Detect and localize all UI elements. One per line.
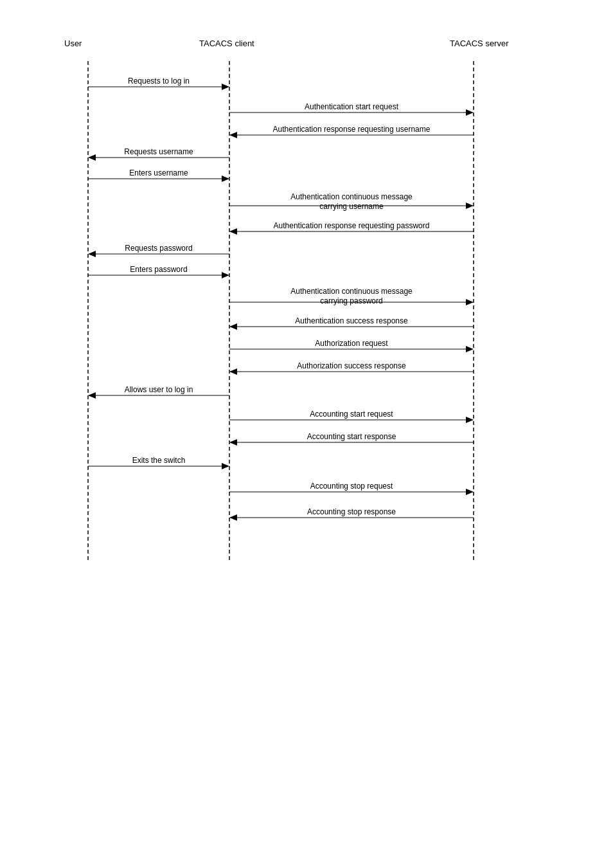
msg-auth-continuous-password: Authentication continuous message carryi… — [229, 287, 474, 305]
svg-marker-26 — [88, 251, 96, 257]
msg-accounting-start-response: Accounting start response — [229, 432, 474, 446]
diagram-container: User TACACS client TACACS server Request… — [0, 0, 613, 868]
svg-text:carrying password: carrying password — [320, 296, 382, 305]
svg-marker-32 — [466, 299, 474, 305]
svg-marker-36 — [229, 323, 237, 330]
svg-text:Enters username: Enters username — [129, 168, 188, 177]
svg-marker-29 — [222, 272, 229, 278]
svg-marker-13 — [88, 154, 96, 161]
svg-marker-57 — [466, 489, 474, 495]
svg-marker-51 — [229, 439, 237, 446]
svg-text:Authentication start request: Authentication start request — [305, 102, 399, 111]
svg-marker-4 — [222, 84, 229, 90]
svg-marker-54 — [222, 463, 229, 469]
svg-text:Accounting stop request: Accounting stop request — [310, 482, 393, 491]
msg-authorization-success: Authorization success response — [229, 361, 474, 375]
svg-text:Requests password: Requests password — [125, 244, 192, 253]
msg-exits-switch: Exits the switch — [88, 456, 229, 469]
msg-requests-username: Requests username — [88, 147, 229, 161]
svg-marker-42 — [229, 368, 237, 375]
svg-text:Accounting start request: Accounting start request — [310, 410, 393, 419]
svg-text:Authentication response reques: Authentication response requesting usern… — [273, 125, 431, 134]
msg-accounting-stop-response: Accounting stop response — [229, 507, 474, 521]
svg-text:Allows user to log in: Allows user to log in — [125, 385, 193, 394]
svg-marker-23 — [229, 228, 237, 235]
svg-text:Authentication response reques: Authentication response requesting passw… — [274, 221, 430, 230]
msg-accounting-start-request: Accounting start request — [229, 410, 474, 423]
svg-text:carrying username: carrying username — [319, 202, 384, 211]
svg-marker-19 — [466, 203, 474, 209]
svg-text:Requests username: Requests username — [124, 147, 193, 156]
msg-enters-password: Enters password — [88, 265, 229, 278]
msg-auth-response-password: Authentication response requesting passw… — [229, 221, 474, 235]
svg-text:Accounting stop response: Accounting stop response — [307, 507, 396, 516]
msg-requests-to-log-in: Requests to log in — [88, 77, 229, 90]
svg-marker-10 — [229, 132, 237, 138]
msg-enters-username: Enters username — [88, 168, 229, 182]
svg-marker-48 — [466, 417, 474, 423]
sequence-diagram: Requests to log in Authentication start … — [56, 61, 557, 563]
msg-auth-start-request: Authentication start request — [229, 102, 474, 116]
msg-allows-user-login: Allows user to log in — [88, 385, 229, 399]
svg-text:Enters password: Enters password — [130, 265, 187, 274]
svg-text:Authentication continuous mess: Authentication continuous message — [290, 192, 413, 201]
msg-authorization-request: Authorization request — [229, 339, 474, 352]
svg-text:Authentication success respons: Authentication success response — [295, 316, 408, 325]
svg-text:Exits the switch: Exits the switch — [132, 456, 186, 465]
client-label: TACACS client — [199, 39, 254, 48]
svg-text:Requests to log in: Requests to log in — [128, 77, 190, 86]
svg-marker-45 — [88, 392, 96, 399]
msg-auth-success: Authentication success response — [229, 316, 474, 330]
svg-text:Authentication continuous mess: Authentication continuous message — [290, 287, 413, 296]
svg-marker-16 — [222, 176, 229, 182]
msg-accounting-stop-request: Accounting stop request — [229, 482, 474, 495]
svg-text:Authorization success response: Authorization success response — [297, 361, 406, 370]
svg-text:Authorization request: Authorization request — [315, 339, 388, 348]
svg-marker-60 — [229, 514, 237, 521]
svg-marker-7 — [466, 109, 474, 116]
user-label: User — [64, 39, 82, 48]
svg-marker-39 — [466, 346, 474, 352]
msg-auth-continuous-username: Authentication continuous message carryi… — [229, 192, 474, 211]
msg-requests-password: Requests password — [88, 244, 229, 257]
msg-auth-response-username: Authentication response requesting usern… — [229, 125, 474, 138]
server-label: TACACS server — [450, 39, 509, 48]
svg-text:Accounting start response: Accounting start response — [307, 432, 396, 441]
